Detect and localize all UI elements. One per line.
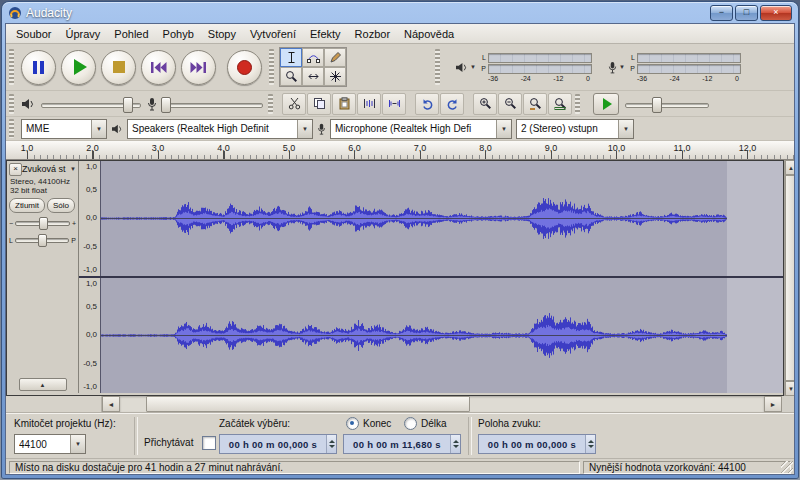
- gain-slider[interactable]: − +: [9, 216, 76, 230]
- mute-button[interactable]: Ztlumit: [9, 198, 45, 213]
- pan-thumb[interactable]: [38, 234, 47, 247]
- selection-tool-button[interactable]: [280, 48, 302, 67]
- menu-pohled[interactable]: Pohled: [107, 26, 155, 42]
- spinner-icon[interactable]: [326, 435, 336, 453]
- track-collapse-button[interactable]: ▲: [19, 378, 67, 391]
- timeshift-tool-button[interactable]: [302, 67, 324, 86]
- menu-stopy[interactable]: Stopy: [201, 26, 243, 42]
- paste-button[interactable]: [332, 93, 356, 115]
- redo-button[interactable]: [440, 93, 464, 115]
- undo-button[interactable]: [415, 93, 439, 115]
- length-radio[interactable]: [404, 417, 417, 430]
- play-speed-thumb[interactable]: [652, 97, 662, 113]
- play-speed-slider[interactable]: [623, 95, 711, 113]
- dropdown-arrow-icon[interactable]: ▼: [91, 120, 106, 138]
- length-radio-option[interactable]: Délka: [404, 417, 447, 430]
- copy-button[interactable]: [307, 93, 331, 115]
- pause-button[interactable]: [21, 50, 56, 85]
- horizontal-scrollbar-track[interactable]: [120, 396, 764, 412]
- menu-rozbor[interactable]: Rozbor: [348, 26, 397, 42]
- envelope-tool-button[interactable]: [302, 48, 324, 67]
- transcription-toolbar-grabber[interactable]: [575, 94, 580, 114]
- transport-toolbar-grabber[interactable]: [9, 49, 14, 86]
- snap-checkbox[interactable]: [202, 436, 216, 450]
- menu-pohyb[interactable]: Pohyb: [156, 26, 201, 42]
- pan-left-label: L: [9, 237, 13, 244]
- menu-soubor[interactable]: Soubor: [9, 26, 58, 42]
- zoom-out-button[interactable]: [498, 93, 522, 115]
- end-radio[interactable]: [346, 417, 359, 430]
- vertical-ruler-right-channel[interactable]: 1,0 0,5 0,0 -0,5 -1,0: [79, 278, 101, 393]
- scroll-down-button[interactable]: ▼: [785, 381, 795, 396]
- trim-outside-button[interactable]: [357, 93, 381, 115]
- dropdown-arrow-icon[interactable]: ▼: [70, 435, 85, 453]
- playback-meter[interactable]: ▼ L P -36-24-120: [451, 51, 596, 84]
- record-button[interactable]: [227, 50, 262, 85]
- playback-meter-dropdown-icon[interactable]: ▼: [470, 64, 476, 70]
- vertical-ruler-left-channel[interactable]: 1,0 0,5 0,0 -0,5 -1,0: [79, 161, 101, 276]
- scroll-right-button[interactable]: ►: [764, 396, 782, 412]
- stop-button[interactable]: [101, 50, 136, 85]
- close-button[interactable]: ×: [760, 5, 792, 21]
- dropdown-arrow-icon[interactable]: ▼: [618, 120, 633, 138]
- waveform-canvas[interactable]: [101, 278, 783, 393]
- horizontal-scrollbar[interactable]: ◄ ►: [6, 396, 794, 413]
- fit-selection-button[interactable]: [523, 93, 547, 115]
- recording-meter-dropdown-icon[interactable]: ▼: [619, 64, 625, 70]
- waveform-canvas[interactable]: [101, 161, 783, 276]
- edit-toolbar-grabber[interactable]: [268, 94, 273, 114]
- scroll-up-button[interactable]: ▲: [785, 160, 795, 175]
- pan-slider[interactable]: L P: [9, 233, 76, 247]
- meter-toolbar-grabber[interactable]: [435, 49, 440, 86]
- resize-grip[interactable]: [781, 461, 793, 473]
- project-rate-select[interactable]: 44100 ▼: [14, 434, 86, 454]
- device-toolbar-grabber[interactable]: [9, 119, 14, 137]
- draw-tool-button[interactable]: [324, 48, 346, 67]
- audio-host-select[interactable]: MME ▼: [21, 119, 107, 139]
- gain-thumb[interactable]: [39, 217, 48, 230]
- horizontal-scrollbar-thumb[interactable]: [146, 396, 470, 412]
- input-channels-select[interactable]: 2 (Stereo) vstupn ▼: [516, 119, 634, 139]
- selection-end-field[interactable]: 00 h 00 m 11,680 s: [343, 434, 461, 454]
- spinner-icon[interactable]: [585, 435, 595, 453]
- tools-toolbar-grabber[interactable]: [269, 49, 274, 86]
- menu-upravy[interactable]: Úpravy: [58, 26, 107, 42]
- output-volume-slider[interactable]: [39, 95, 143, 113]
- menu-vytvoreni[interactable]: Vytvoření: [243, 26, 303, 42]
- vertical-scrollbar-thumb[interactable]: [785, 175, 795, 381]
- play-at-speed-button[interactable]: [593, 93, 619, 115]
- silence-button[interactable]: [382, 93, 406, 115]
- spinner-icon[interactable]: [450, 435, 460, 453]
- track-menu-button[interactable]: Zvuková st ▼: [22, 163, 76, 175]
- titlebar[interactable]: Audacity − □ ×: [2, 2, 798, 23]
- skip-to-start-button[interactable]: [141, 50, 176, 85]
- input-volume-thumb[interactable]: [161, 97, 171, 113]
- recording-meter[interactable]: ▼ L P -36-24-120: [604, 51, 745, 84]
- end-radio-option[interactable]: Konec: [346, 417, 391, 430]
- menu-napoveda[interactable]: Nápověda: [397, 26, 461, 42]
- minimize-button[interactable]: −: [710, 5, 733, 21]
- dropdown-arrow-icon[interactable]: ▼: [496, 120, 511, 138]
- fit-project-button[interactable]: [548, 93, 572, 115]
- output-device-select[interactable]: Speakers (Realtek High Definit ▼: [127, 119, 313, 139]
- zoom-tool-button[interactable]: [280, 67, 302, 86]
- multi-tool-button[interactable]: [324, 67, 346, 86]
- cut-button[interactable]: [282, 93, 306, 115]
- menu-efekty[interactable]: Efekty: [303, 26, 348, 42]
- audio-position-field[interactable]: 00 h 00 m 00,000 s: [478, 434, 596, 454]
- skip-to-end-button[interactable]: [181, 50, 216, 85]
- input-volume-slider[interactable]: [161, 95, 265, 113]
- dropdown-arrow-icon[interactable]: ▼: [297, 120, 312, 138]
- timeline-ruler[interactable]: 1,0 2,0 3,0 4,0 5,0 6,0 7,0 8,0 9,0 10,0…: [6, 141, 794, 160]
- track-close-button[interactable]: ×: [9, 163, 22, 176]
- selection-start-field[interactable]: 00 h 00 m 00,000 s: [219, 434, 337, 454]
- solo-button[interactable]: Sólo: [47, 198, 75, 213]
- mixer-toolbar-grabber[interactable]: [9, 94, 14, 114]
- zoom-in-button[interactable]: [473, 93, 497, 115]
- input-device-select[interactable]: Microphone (Realtek High Defi ▼: [330, 119, 512, 139]
- play-button[interactable]: [61, 50, 96, 85]
- maximize-button[interactable]: □: [735, 5, 758, 21]
- output-volume-thumb[interactable]: [123, 97, 133, 113]
- scroll-left-button[interactable]: ◄: [102, 396, 120, 412]
- vertical-scrollbar[interactable]: ▲ ▼: [784, 160, 795, 396]
